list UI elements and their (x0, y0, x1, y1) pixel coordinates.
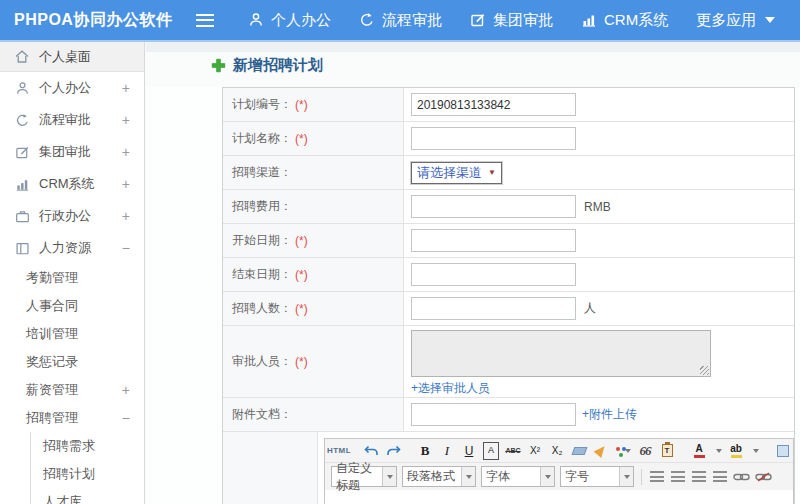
heading-style-select[interactable]: 自定义标题 (331, 466, 397, 487)
sidebar-item-desktop[interactable]: 个人桌面 (0, 42, 144, 72)
highlight-color-button[interactable]: ab (728, 442, 744, 460)
sidebar-item-recruit-plan[interactable]: 招聘计划 (31, 460, 144, 488)
plan-name-input[interactable] (411, 127, 576, 150)
start-date-input[interactable] (411, 229, 576, 252)
remove-format-button[interactable]: A (483, 442, 499, 460)
workflow-icon (359, 13, 375, 28)
sidebar-recruit-submenu: 招聘需求 招聘计划 人才库 (30, 432, 144, 504)
color-brush-icon[interactable] (615, 442, 631, 460)
font-family-select[interactable]: 字体 (481, 466, 555, 487)
topmenu-more-apps[interactable]: 更多应用 (696, 11, 775, 30)
main-content: 新增招聘计划 计划编号： (*) 计划名称： (*) (146, 42, 800, 504)
topmenu-crm[interactable]: CRM系统 (581, 11, 668, 30)
form-row-headcount: 招聘人数： (*) 人 (223, 292, 794, 326)
field-value-cell (404, 258, 794, 291)
sidebar-item-salary[interactable]: 薪资管理 + (0, 376, 144, 404)
align-center-icon[interactable] (670, 468, 686, 486)
bold-button[interactable]: B (417, 442, 433, 460)
expand-toggle[interactable]: + (122, 112, 130, 128)
strikethrough-button[interactable]: ABC (505, 442, 521, 460)
chevron-down-icon (765, 17, 775, 23)
underline-button[interactable]: U (461, 442, 477, 460)
end-date-input[interactable] (411, 263, 576, 286)
topmenu-label: 流程审批 (382, 11, 442, 30)
form-row-content-editor: HTML B I U A (223, 432, 794, 504)
sidebar-item-attendance[interactable]: 考勤管理 (0, 264, 144, 292)
topmenu-workflow-approval[interactable]: 流程审批 (359, 11, 442, 30)
expand-toggle[interactable]: + (122, 80, 130, 96)
editor-content-area[interactable] (325, 490, 793, 504)
form-row-approvers: 审批人员： (*) +选择审批人员 (223, 326, 794, 398)
font-color-button[interactable]: A (691, 442, 707, 460)
align-justify-icon[interactable] (712, 468, 728, 486)
font-size-select[interactable]: 字号 (560, 466, 634, 487)
field-value-cell (404, 122, 794, 155)
insert-link-icon[interactable] (733, 468, 750, 486)
headcount-input[interactable] (411, 297, 576, 320)
sidebar-item-personal-office[interactable]: 个人办公 + (0, 72, 144, 104)
unlink-icon[interactable] (755, 468, 772, 486)
rich-text-editor: HTML B I U A (324, 438, 794, 504)
eraser-icon[interactable] (571, 442, 587, 460)
edit-square-icon (14, 145, 30, 160)
plan-no-input[interactable] (411, 93, 576, 116)
sidebar-item-label: CRM系统 (39, 175, 113, 193)
collapse-toggle[interactable]: − (122, 240, 130, 256)
redo-icon[interactable] (385, 442, 401, 460)
sidebar-item-admin-office[interactable]: 行政办公 + (0, 200, 144, 232)
undo-icon[interactable] (363, 442, 379, 460)
sidebar-item-rewards[interactable]: 奖惩记录 (0, 348, 144, 376)
hamburger-menu-icon[interactable] (196, 14, 214, 27)
attachment-input[interactable] (411, 403, 576, 426)
sidebar-item-hr[interactable]: 人力资源 − (0, 232, 144, 264)
field-value-cell: +附件上传 (404, 398, 794, 431)
italic-button[interactable]: I (439, 442, 455, 460)
field-value-cell: 人 (404, 292, 794, 325)
sidebar-item-label: 行政办公 (39, 207, 113, 225)
topmenu-personal-office[interactable]: 个人办公 (248, 11, 331, 30)
expand-toggle[interactable]: + (122, 208, 130, 224)
sidebar-item-group-approval[interactable]: 集团审批 + (0, 136, 144, 168)
sidebar-item-recruit-mgmt[interactable]: 招聘管理 − (0, 404, 144, 432)
sidebar-item-label: 招聘计划 (43, 465, 95, 483)
paragraph-format-select[interactable]: 段落格式 (402, 466, 476, 487)
sidebar-item-workflow-approval[interactable]: 流程审批 + (0, 104, 144, 136)
collapse-toggle[interactable]: − (122, 410, 130, 426)
topmenu-group-approval[interactable]: 集团审批 (470, 11, 553, 30)
upload-attachment-link[interactable]: +附件上传 (582, 406, 637, 423)
align-right-icon[interactable] (691, 468, 707, 486)
field-value-cell: +选择审批人员 (404, 326, 794, 397)
sidebar-item-label: 培训管理 (26, 325, 130, 343)
sidebar-item-crm[interactable]: CRM系统 + (0, 168, 144, 200)
sidebar-item-talent-pool[interactable]: 人才库 (31, 488, 144, 504)
sidebar-item-recruit-demand[interactable]: 招聘需求 (31, 432, 144, 460)
fee-input[interactable] (411, 195, 576, 218)
top-menu: 个人办公 流程审批 集团审批 CRM系统 更多应用 (248, 11, 775, 30)
sidebar-item-label: 奖惩记录 (26, 353, 130, 371)
sidebar-item-hr-contract[interactable]: 人事合同 (0, 292, 144, 320)
approvers-textarea[interactable] (411, 330, 711, 377)
expand-toggle[interactable]: + (122, 144, 130, 160)
form-row-attachment: 附件文档： +附件上传 (223, 398, 794, 432)
channel-select[interactable]: 请选择渠道 ▼ (411, 162, 502, 184)
expand-toggle[interactable]: + (122, 382, 130, 398)
sidebar-item-training[interactable]: 培训管理 (0, 320, 144, 348)
paste-as-text-icon[interactable]: T (659, 442, 675, 460)
field-label-cell (223, 432, 318, 504)
home-icon (14, 49, 30, 64)
toolbar-separator (641, 469, 642, 485)
chevron-down-icon[interactable] (753, 449, 759, 453)
resize-grip-icon[interactable] (700, 366, 709, 375)
format-painter-icon[interactable] (593, 442, 609, 460)
chevron-down-icon[interactable] (716, 449, 722, 453)
blockquote-button[interactable]: 66 (637, 442, 653, 460)
subscript-button[interactable]: X₂ (549, 442, 565, 460)
expand-toggle[interactable]: + (122, 176, 130, 192)
superscript-button[interactable]: X² (527, 442, 543, 460)
required-marker: (*) (295, 98, 308, 112)
insert-table-icon[interactable] (775, 442, 791, 460)
sidebar-item-label: 人才库 (43, 493, 82, 504)
align-left-icon[interactable] (649, 468, 665, 486)
select-approvers-link[interactable]: +选择审批人员 (411, 380, 490, 397)
html-source-button[interactable]: HTML (331, 442, 347, 460)
